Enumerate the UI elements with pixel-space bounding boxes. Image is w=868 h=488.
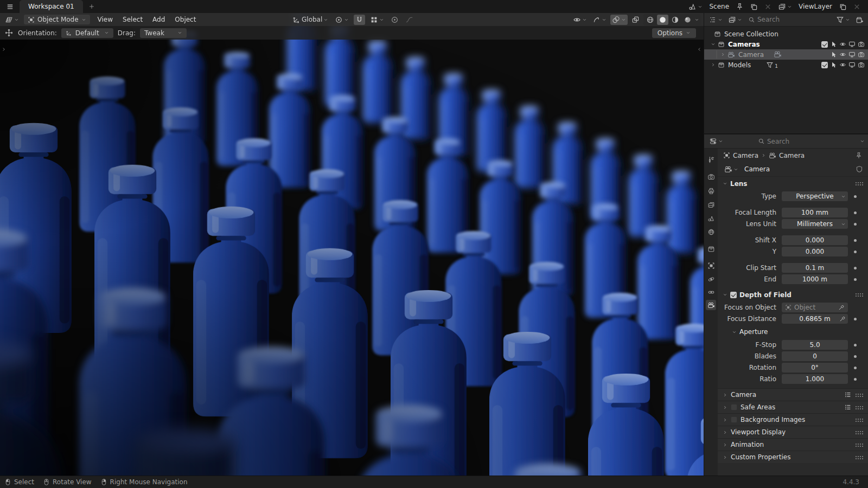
drag-handle[interactable] [855, 393, 863, 397]
new-viewlayer-button[interactable] [837, 2, 848, 12]
viewport-canvas[interactable] [0, 13, 704, 476]
outliner-filter-button[interactable] [834, 15, 852, 25]
expand-caret[interactable] [711, 42, 716, 47]
exclude-checkbox[interactable] [821, 62, 828, 68]
animate-dot[interactable] [848, 211, 862, 214]
expand-caret[interactable] [711, 62, 716, 67]
show-object-types-dropdown[interactable] [571, 15, 589, 25]
menu-select[interactable]: Select [118, 14, 147, 25]
eyedropper-icon[interactable] [838, 304, 845, 311]
eyedropper-icon[interactable] [839, 316, 846, 322]
properties-options-caret[interactable] [860, 139, 865, 144]
overlays-dropdown[interactable] [610, 15, 628, 25]
animate-dot[interactable] [848, 378, 862, 381]
selectable-icon[interactable] [830, 61, 837, 68]
shift-y-field[interactable]: 0.000 [782, 247, 848, 256]
disable-render-icon[interactable] [858, 41, 865, 48]
camera-data-name[interactable]: Camera [743, 165, 853, 173]
drag-handle[interactable] [855, 418, 863, 422]
disable-viewport-icon[interactable] [848, 41, 856, 48]
breadcrumb-data[interactable]: Camera [779, 152, 805, 159]
selectable-icon[interactable] [830, 41, 837, 48]
focus-distance-field[interactable]: 0.6865 m [782, 314, 848, 324]
animate-dot[interactable] [848, 267, 862, 269]
tab-render[interactable] [706, 171, 716, 182]
menu-view[interactable]: View [93, 14, 117, 25]
toolbar-expand-toggle[interactable] [1, 47, 7, 52]
animate-dot[interactable] [848, 367, 862, 369]
editor-type-button[interactable] [3, 15, 21, 25]
blades-field[interactable]: 0 [782, 351, 848, 361]
snap-toggle[interactable] [354, 15, 365, 25]
animate-dot[interactable] [848, 251, 862, 253]
panel-dof-header[interactable]: Depth of Field [718, 288, 868, 301]
scene-selector-button[interactable] [687, 2, 704, 12]
drag-handle[interactable] [855, 182, 863, 185]
hide-viewport-icon[interactable] [839, 41, 846, 48]
new-collection-button[interactable] [854, 15, 865, 25]
tab-scene[interactable] [706, 213, 716, 223]
focal-length-field[interactable]: 100 mm [782, 208, 848, 217]
panel-animation[interactable]: Animation [718, 438, 868, 451]
tab-collection[interactable] [706, 243, 716, 254]
tab-view-layer[interactable] [706, 200, 716, 210]
drag-handle[interactable] [855, 431, 863, 434]
menu-add[interactable]: Add [148, 14, 169, 25]
presets-menu-icon[interactable] [844, 391, 852, 399]
shading-solid-button[interactable] [657, 15, 668, 25]
properties-editor-type-button[interactable] [707, 136, 725, 146]
proportional-falloff-dropdown[interactable] [404, 15, 415, 25]
disable-viewport-icon[interactable] [848, 51, 856, 58]
exclude-checkbox[interactable] [821, 41, 828, 48]
drag-handle[interactable] [855, 455, 863, 459]
shading-rendered-button[interactable] [682, 15, 693, 25]
panel-camera[interactable]: Camera [718, 388, 868, 401]
drag-dropdown[interactable]: Tweak [140, 28, 187, 38]
scene-name[interactable]: Scene [707, 3, 731, 10]
clip-start-field[interactable]: 0.1 m [782, 263, 848, 273]
shading-material-button[interactable] [669, 15, 681, 25]
disable-render-icon[interactable] [858, 61, 865, 68]
outliner-search-input[interactable] [757, 16, 830, 23]
lens-unit-dropdown[interactable]: Millimeters [782, 219, 848, 229]
breadcrumb-object[interactable]: Camera [733, 152, 758, 159]
animate-dot[interactable] [848, 355, 862, 358]
animate-dot[interactable] [848, 223, 862, 226]
panel-lens-header[interactable]: Lens [718, 177, 868, 190]
shading-wireframe-button[interactable] [644, 15, 656, 25]
tab-tool[interactable] [706, 154, 716, 164]
dof-enable-checkbox[interactable] [730, 292, 737, 298]
ratio-field[interactable]: 1.000 [782, 374, 848, 384]
pin-scene-button[interactable] [734, 2, 745, 12]
panel-viewport-display[interactable]: Viewport Display [718, 426, 868, 438]
animate-dot[interactable] [848, 344, 862, 346]
fake-user-shield-button[interactable] [856, 165, 863, 173]
gizmos-dropdown[interactable] [591, 15, 608, 25]
panel-custom-properties[interactable]: Custom Properties [718, 451, 868, 463]
expand-caret[interactable] [720, 52, 725, 57]
tab-object-data[interactable] [706, 300, 716, 310]
disable-render-icon[interactable] [858, 51, 865, 58]
fstop-field[interactable]: 5.0 [782, 340, 848, 350]
outliner-row-cameras[interactable]: Cameras [704, 39, 868, 49]
snap-settings-dropdown[interactable] [368, 15, 386, 25]
outliner-display-mode-button[interactable] [726, 15, 744, 25]
animate-dot[interactable] [848, 318, 862, 320]
app-menu-button[interactable] [3, 1, 16, 12]
tab-object[interactable] [706, 260, 716, 271]
3d-viewport[interactable]: Object Mode View Select Add Object Globa… [0, 13, 704, 476]
clip-end-field[interactable]: 1000 m [782, 274, 848, 284]
viewlayer-selector-button[interactable] [776, 2, 794, 12]
animate-dot[interactable] [848, 195, 862, 198]
browse-camera-data-button[interactable] [723, 164, 740, 175]
viewlayer-name[interactable]: ViewLayer [796, 3, 834, 10]
outliner-editor-type-button[interactable] [707, 15, 724, 25]
workspace-tab[interactable]: Workspace 01 [20, 0, 83, 13]
mode-dropdown[interactable]: Object Mode [24, 15, 90, 24]
pin-id-button[interactable] [855, 152, 863, 159]
animate-dot[interactable] [848, 239, 862, 242]
animate-dot[interactable] [848, 278, 862, 281]
background-images-checkbox[interactable] [731, 416, 737, 423]
lens-type-dropdown[interactable]: Perspective [782, 191, 848, 201]
selectable-icon[interactable] [830, 51, 837, 58]
